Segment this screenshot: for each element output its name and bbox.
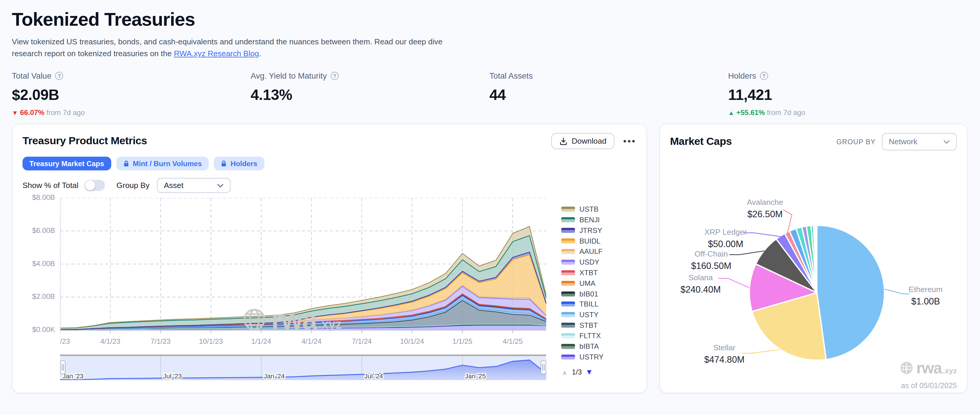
legend-item-USTRY[interactable]: USTRY (561, 352, 635, 363)
pie-label-ethereum: Ethereum$1.00B (908, 284, 942, 307)
lock-icon (123, 160, 129, 167)
help-icon[interactable]: ? (55, 72, 63, 80)
legend-item-BUIDL[interactable]: BUIDL (561, 236, 635, 246)
chart-navigator[interactable]: Jan '23Jul '23Jan '24Jul '24Jan '25 (60, 354, 546, 382)
pie-label-xrp-ledger: XRP Ledger$50.00M (705, 227, 747, 250)
market-caps-card: Market Caps GROUP BY Network Avalanche$2… (659, 124, 967, 393)
legend-item-BENJI[interactable]: BENJI (561, 215, 635, 225)
legend-item-USTB[interactable]: USTB (561, 204, 635, 215)
stat-total-assets: Total Assets 44 (489, 71, 728, 116)
legend-item-bIBTA[interactable]: bIBTA (561, 341, 635, 352)
x-tick-label: 4/1/23 (100, 337, 120, 345)
legend-item-UMA[interactable]: UMA (561, 278, 635, 288)
treasury-product-metrics-card: Treasury Product Metrics Download ••• Tr… (12, 124, 647, 393)
legend-label: BUIDL (579, 238, 601, 245)
stat-delta: ▼ 66.07% from 7d ago (12, 108, 251, 116)
legend-item-AAULF[interactable]: AAULF (561, 246, 635, 257)
legend-swatch (561, 217, 575, 223)
x-tick-label: 7/1/24 (352, 337, 372, 345)
legend-label: USTY (579, 311, 598, 318)
description-line1: View tokenized US treasuries, bonds, and… (12, 38, 442, 46)
stat-label: Total Assets (489, 71, 533, 81)
legend-item-JTRSY[interactable]: JTRSY (561, 225, 635, 236)
x-tick-label: 1/1/25 (453, 337, 473, 345)
tab-treasury-market-caps[interactable]: Treasury Market Caps (22, 157, 111, 170)
y-tick-label: $0.00K (22, 326, 55, 333)
legend-item-bIB01[interactable]: bIB01 (561, 288, 635, 299)
pie-label-stellar: Stellar$474.80M (704, 342, 745, 365)
x-tick-label: 4/1/25 (503, 337, 523, 345)
legend-label: STBT (579, 322, 598, 329)
navigator-label: Jul '24 (364, 372, 383, 380)
research-blog-link[interactable]: RWA.xyz Research Blog (174, 49, 259, 58)
navigator-label: Jan '24 (264, 372, 285, 380)
download-button[interactable]: Download (551, 133, 615, 149)
navigator-handle-left[interactable] (60, 361, 65, 374)
page-header: Tokenized Treasuries View tokenized US t… (0, 0, 980, 60)
legend-page-up-icon[interactable]: ▲ (561, 368, 568, 376)
legend-label: bIB01 (579, 290, 598, 297)
legend-item-USDY[interactable]: USDY (561, 257, 635, 268)
legend-label: JTRSY (579, 227, 602, 234)
show-pct-label: Show % of Total (22, 181, 78, 190)
legend-swatch (561, 333, 575, 339)
pie-slice-Ethereum[interactable] (817, 225, 885, 360)
help-icon[interactable]: ? (331, 72, 339, 80)
lock-icon (221, 160, 227, 167)
navigator-handle-right[interactable] (541, 361, 546, 374)
y-tick-label: $4.00B (22, 260, 55, 267)
show-pct-toggle[interactable] (85, 180, 105, 191)
legend-page-down-icon[interactable]: ▼ (585, 368, 593, 377)
tab-mint-burn-volumes[interactable]: Mint / Burn Volumes (116, 157, 208, 170)
legend-swatch (561, 344, 575, 349)
pie-label-solana: Solana$240.40M (681, 272, 721, 295)
x-tick-label: 1/1/23 (60, 337, 70, 345)
stat-label: Total Value (12, 71, 51, 81)
more-menu-button[interactable]: ••• (623, 136, 636, 146)
legend-item-FLTTX[interactable]: FLTTX (561, 331, 635, 341)
x-tick-label: 4/1/24 (302, 337, 321, 345)
legend-swatch (561, 323, 575, 328)
legend-label: AAULF (579, 248, 602, 255)
x-tick-label: 7/1/23 (151, 337, 170, 345)
stats-row: Total Value? $2.09B ▼ 66.07% from 7d ago… (0, 60, 980, 116)
stat-label: Avg. Yield to Maturity (251, 71, 327, 81)
chart-legend: USTBBENJIJTRSYBUIDLAAULFUSDYXTBTUMAbIB01… (561, 204, 635, 362)
y-tick-label: $2.00B (22, 293, 55, 300)
page-description: View tokenized US treasuries, bonds, and… (12, 36, 455, 60)
legend-item-STBT[interactable]: STBT (561, 320, 635, 331)
legend-swatch (561, 270, 575, 275)
legend-label: XTBT (579, 269, 598, 276)
tokenized-treasuries-page: Tokenized Treasuries View tokenized US t… (0, 0, 980, 415)
legend-swatch (561, 281, 575, 286)
stat-holders: Holders? 11,421 ▲ +55.61% from 7d ago (728, 71, 967, 116)
legend-label: USTB (579, 206, 598, 213)
legend-swatch (561, 312, 575, 317)
legend-item-USTY[interactable]: USTY (561, 309, 635, 320)
treasury-card-title: Treasury Product Metrics (22, 135, 147, 147)
navigator-label: Jul '23 (163, 372, 182, 380)
legend-swatch (561, 228, 575, 233)
group-by-select[interactable]: Asset (157, 178, 231, 193)
legend-page-indicator: 1/3 (572, 368, 582, 376)
legend-pagination: ▲ 1/3 ▼ (561, 368, 593, 377)
legend-swatch (561, 207, 575, 212)
pie-label-off-chain: Off-Chain$160.50M (691, 248, 731, 271)
legend-label: FLTTX (579, 332, 601, 340)
page-title: Tokenized Treasuries (12, 9, 967, 30)
x-tick-label: 10/1/24 (400, 337, 424, 345)
stacked-area-chart[interactable]: 1/1/234/1/237/1/2310/1/231/1/244/1/247/1… (60, 198, 546, 348)
stat-value: 44 (489, 86, 728, 103)
legend-label: USTRY (579, 353, 603, 361)
stat-total-value: Total Value? $2.09B ▼ 66.07% from 7d ago (12, 71, 251, 116)
download-label: Download (571, 136, 606, 146)
up-arrow-icon: ▲ (728, 109, 734, 116)
pie-label-avalanche: Avalanche$26.50M (747, 196, 783, 220)
legend-item-XTBT[interactable]: XTBT (561, 267, 635, 278)
y-tick-label: $8.00B (22, 193, 55, 201)
tab-holders[interactable]: Holders (214, 157, 264, 170)
legend-item-TBILL[interactable]: TBILL (561, 299, 635, 309)
help-icon[interactable]: ? (760, 72, 768, 80)
group-by-label: Group By (117, 181, 150, 190)
down-arrow-icon: ▼ (12, 109, 18, 116)
